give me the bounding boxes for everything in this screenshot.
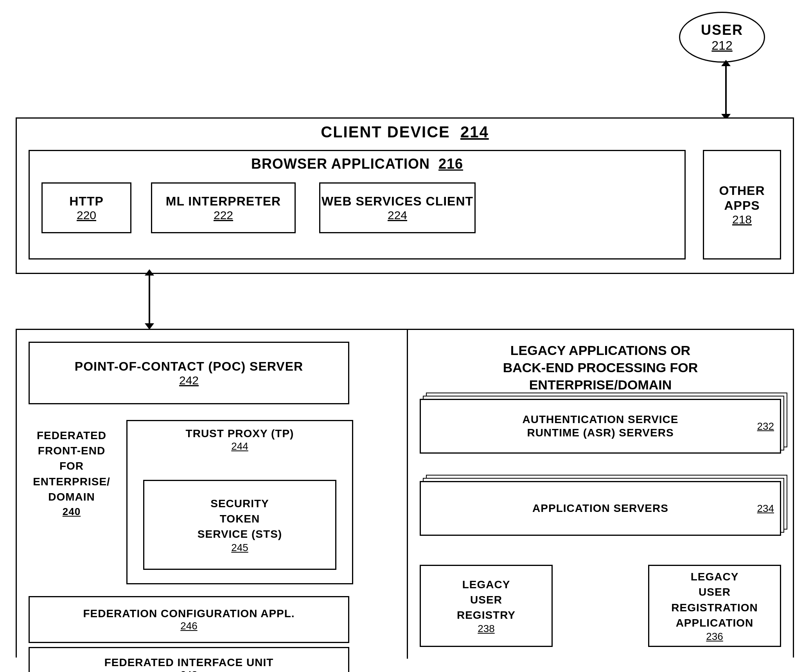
- sts-number: 245: [231, 542, 248, 554]
- diagram: USER 212 CLIENT DEVICE 214 BROWSER APPLI…: [0, 0, 812, 672]
- client-device-label: CLIENT DEVICE: [321, 123, 450, 141]
- asr-servers-number: 232: [757, 420, 774, 432]
- fed-config-label: FEDERATION CONFIGURATION APPL.: [83, 607, 295, 620]
- client-device-number: 214: [460, 123, 489, 141]
- asr-servers-stack: AUTHENTICATION SERVICE RUNTIME (ASR) SER…: [420, 393, 781, 455]
- legacy-area: LEGACY APPLICATIONS OR BACK-END PROCESSI…: [408, 330, 793, 659]
- http-number: 220: [77, 209, 96, 222]
- browser-app-title: BROWSER APPLICATION 216: [251, 156, 463, 172]
- web-services-client-label: WEB SERVICES CLIENT: [322, 194, 473, 209]
- ml-interpreter-label: ML INTERPRETER: [166, 194, 281, 209]
- other-apps-box: OTHER APPS 218: [703, 150, 781, 259]
- poc-server-box: POINT-OF-CONTACT (POC) SERVER 242: [29, 342, 349, 404]
- asr-servers-label: AUTHENTICATION SERVICE RUNTIME (ASR) SER…: [523, 413, 679, 439]
- fed-config-number: 246: [180, 620, 197, 632]
- browser-app-label: BROWSER APPLICATION: [251, 156, 430, 172]
- browser-app-box: BROWSER APPLICATION 216 HTTP 220 ML INTE…: [29, 150, 686, 259]
- ml-interpreter-box: ML INTERPRETER 222: [151, 182, 296, 233]
- user-node: USER 212: [679, 12, 765, 63]
- poc-server-label: POINT-OF-CONTACT (POC) SERVER: [75, 359, 303, 374]
- web-services-client-number: 224: [388, 209, 407, 222]
- app-servers-label: APPLICATION SERVERS: [532, 502, 668, 515]
- legacy-registry-box: LEGACY USER REGISTRY 238: [420, 565, 553, 647]
- client-device-box: CLIENT DEVICE 214 BROWSER APPLICATION 21…: [16, 117, 794, 274]
- fed-interface-number: 248: [180, 669, 197, 672]
- browser-app-number: 216: [438, 156, 463, 172]
- other-apps-number: 218: [732, 213, 752, 226]
- trust-proxy-label: TRUST PROXY (TP): [186, 427, 294, 440]
- fed-interface-box: FEDERATED INTERFACE UNIT 248: [29, 647, 349, 672]
- fed-config-box: FEDERATION CONFIGURATION APPL. 246: [29, 596, 349, 643]
- trust-proxy-box: TRUST PROXY (TP) 244 SECURITY TOKEN SERV…: [126, 420, 353, 584]
- trust-proxy-number: 244: [231, 440, 248, 452]
- client-device-title: CLIENT DEVICE 214: [321, 123, 489, 141]
- app-servers-number: 234: [757, 503, 774, 515]
- legacy-reg-app-box: LEGACY USER REGISTRATION APPLICATION 236: [648, 565, 781, 647]
- federated-frontend-area: POINT-OF-CONTACT (POC) SERVER 242 FEDERA…: [17, 330, 408, 659]
- http-label: HTTP: [69, 194, 104, 209]
- other-apps-label: OTHER APPS: [719, 183, 765, 213]
- federated-frontend-label: FEDERATED FRONT-END FOR ENTERPRISE/ DOMA…: [29, 428, 115, 519]
- sts-box: SECURITY TOKEN SERVICE (STS) 245: [143, 480, 336, 570]
- user-label: USER: [701, 22, 743, 38]
- fed-interface-label: FEDERATED INTERFACE UNIT: [104, 656, 274, 669]
- user-client-arrow: [725, 65, 727, 115]
- asr-servers-box: AUTHENTICATION SERVICE RUNTIME (ASR) SER…: [420, 399, 781, 454]
- app-servers-stack: APPLICATION SERVERS 234: [420, 475, 781, 541]
- poc-server-number: 242: [179, 374, 199, 387]
- server-area-box: POINT-OF-CONTACT (POC) SERVER 242 FEDERA…: [16, 329, 794, 658]
- http-box: HTTP 220: [41, 182, 131, 233]
- legacy-reg-app-number: 236: [706, 631, 723, 643]
- web-services-client-box: WEB SERVICES CLIENT 224: [319, 182, 476, 233]
- legacy-registry-number: 238: [478, 623, 494, 635]
- ml-interpreter-number: 222: [214, 209, 233, 222]
- user-number: 212: [711, 38, 732, 53]
- client-server-arrow: [149, 274, 150, 325]
- app-servers-box: APPLICATION SERVERS 234: [420, 481, 781, 536]
